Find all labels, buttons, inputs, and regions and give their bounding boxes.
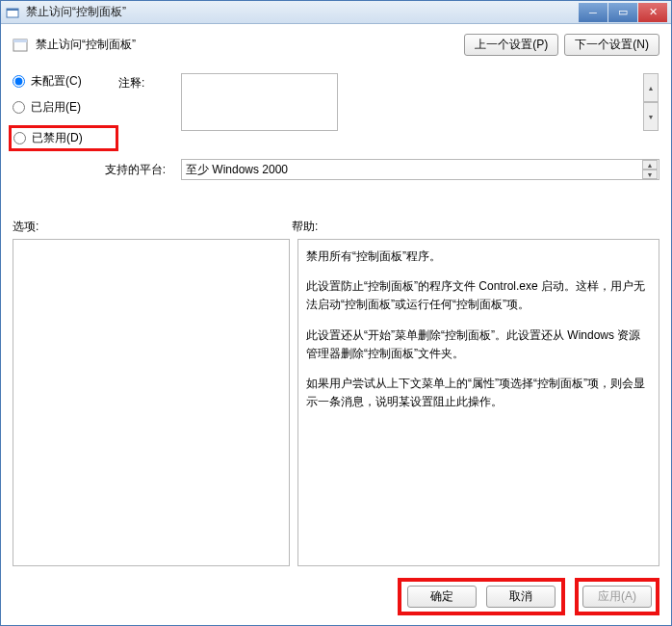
help-label: 帮助: xyxy=(292,219,659,235)
radio-enabled-label: 已启用(E) xyxy=(31,99,81,116)
radio-disabled-input[interactable] xyxy=(13,132,26,144)
scroll-up-icon[interactable]: ▲ xyxy=(642,160,658,170)
platform-box: 至少 Windows 2000 ▲ ▼ xyxy=(181,159,659,180)
content-area: 禁止访问“控制面板” 上一个设置(P) 下一个设置(N) 未配置(C) 已启用(… xyxy=(1,24,671,625)
comment-label: 注释: xyxy=(118,73,171,134)
config-radio-block: 未配置(C) 已启用(E) 已禁用(D) 注释: ▲ ▼ xyxy=(13,73,659,151)
panel-labels: 选项: 帮助: xyxy=(13,219,659,235)
platform-row: 支持的平台: 至少 Windows 2000 ▲ ▼ xyxy=(13,159,659,180)
comment-area: 注释: ▲ ▼ xyxy=(118,73,659,134)
help-paragraph: 如果用户尝试从上下文菜单上的“属性”项选择“控制面板”项，则会显示一条消息，说明… xyxy=(306,375,651,411)
maximize-button[interactable]: ▭ xyxy=(608,3,637,22)
nav-buttons: 上一个设置(P) 下一个设置(N) xyxy=(464,34,659,56)
radio-enabled-input[interactable] xyxy=(13,101,25,114)
platform-scroll[interactable]: ▲ ▼ xyxy=(642,160,658,179)
prev-setting-button[interactable]: 上一个设置(P) xyxy=(464,34,558,56)
options-panel xyxy=(13,239,290,566)
window-title: 禁止访问“控制面板” xyxy=(26,4,579,20)
header-row: 禁止访问“控制面板” 上一个设置(P) 下一个设置(N) xyxy=(13,34,659,56)
help-panel: 禁用所有“控制面板”程序。 此设置防止“控制面板”的程序文件 Control.e… xyxy=(297,239,659,566)
window-buttons: ─ ▭ ✕ xyxy=(579,3,667,22)
next-setting-button[interactable]: 下一个设置(N) xyxy=(564,34,659,56)
highlight-ok-cancel: 确定 取消 xyxy=(398,578,565,615)
radio-not-configured-label: 未配置(C) xyxy=(31,73,82,90)
policy-icon xyxy=(13,38,28,53)
ok-button[interactable]: 确定 xyxy=(407,586,477,608)
close-button[interactable]: ✕ xyxy=(638,3,667,22)
header-title: 禁止访问“控制面板” xyxy=(36,37,456,53)
policy-editor-window: 禁止访问“控制面板” ─ ▭ ✕ 禁止访问“控制面板” 上一个设置(P) 下一个… xyxy=(0,0,672,626)
radio-not-configured[interactable]: 未配置(C) xyxy=(13,73,118,90)
radio-enabled[interactable]: 已启用(E) xyxy=(13,99,118,116)
panels-row: 禁用所有“控制面板”程序。 此设置防止“控制面板”的程序文件 Control.e… xyxy=(13,239,659,566)
scroll-up-icon[interactable]: ▲ xyxy=(643,73,659,102)
titlebar[interactable]: 禁止访问“控制面板” ─ ▭ ✕ xyxy=(1,1,671,24)
radio-disabled[interactable]: 已禁用(D) xyxy=(9,125,118,151)
svg-rect-1 xyxy=(7,9,18,11)
platform-value: 至少 Windows 2000 xyxy=(186,162,288,178)
footer-buttons: 确定 取消 应用(A) xyxy=(13,566,659,615)
help-paragraph: 此设置还从“开始”菜单删除“控制面板”。此设置还从 Windows 资源管理器删… xyxy=(306,326,651,363)
platform-label: 支持的平台: xyxy=(13,162,171,178)
radio-column: 未配置(C) 已启用(E) 已禁用(D) xyxy=(13,73,118,151)
scroll-down-icon[interactable]: ▼ xyxy=(643,102,659,131)
minimize-button[interactable]: ─ xyxy=(579,3,607,22)
comment-textarea[interactable] xyxy=(181,73,338,131)
comment-scroll[interactable]: ▲ ▼ xyxy=(643,73,659,131)
cancel-button[interactable]: 取消 xyxy=(486,586,556,608)
help-paragraph: 此设置防止“控制面板”的程序文件 Control.exe 启动。这样，用户无法启… xyxy=(306,277,651,314)
help-paragraph: 禁用所有“控制面板”程序。 xyxy=(306,248,651,266)
scroll-down-icon[interactable]: ▼ xyxy=(642,170,658,179)
apply-button[interactable]: 应用(A) xyxy=(582,586,652,608)
svg-rect-3 xyxy=(13,39,27,42)
options-label: 选项: xyxy=(13,219,292,235)
radio-disabled-label: 已禁用(D) xyxy=(32,130,83,146)
window-icon xyxy=(5,5,20,20)
radio-not-configured-input[interactable] xyxy=(13,75,25,88)
highlight-apply: 应用(A) xyxy=(575,578,659,615)
